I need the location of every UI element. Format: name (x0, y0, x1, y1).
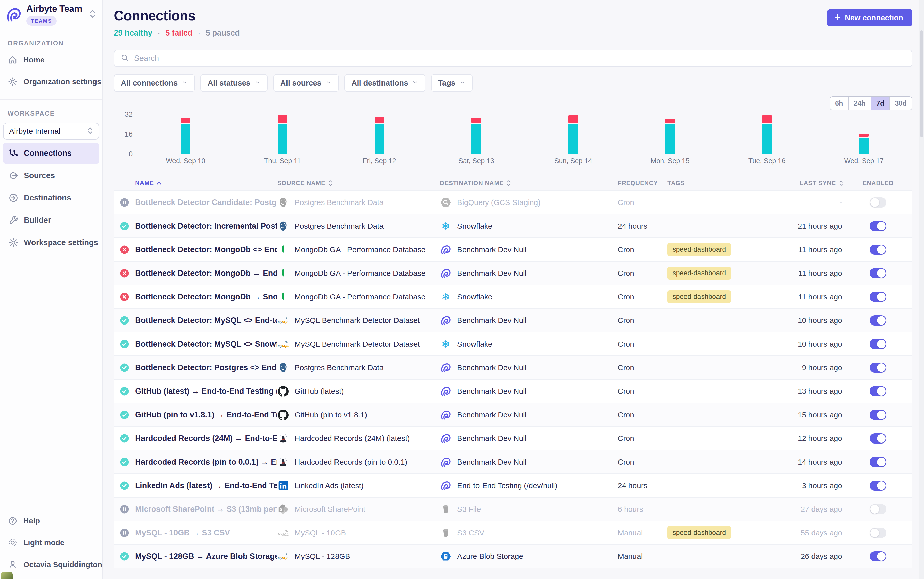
sidebar-item-light-mode[interactable]: Light mode (0, 532, 102, 554)
enabled-toggle[interactable] (870, 386, 886, 396)
paused-count: 5 paused (206, 28, 240, 37)
sidebar-item-help[interactable]: Help (0, 510, 102, 532)
workspace-selector-value: Airbyte Internal (9, 127, 87, 136)
column-label: NAME (135, 180, 154, 187)
filter-dropdown-all-connections[interactable]: All connections (114, 74, 195, 92)
enabled-toggle[interactable] (870, 457, 886, 467)
y-tick: 0 (128, 150, 133, 158)
enabled-toggle[interactable] (870, 528, 886, 538)
table-row[interactable]: Hardcoded Records (24M) → End-to-End Te.… (114, 427, 913, 450)
filter-dropdown-all-destinations[interactable]: All destinations (345, 74, 425, 92)
sidebar-item-workspace-settings[interactable]: Workspace settings (3, 232, 99, 253)
filter-dropdown-all-statuses[interactable]: All statuses (200, 74, 268, 92)
sidebar-item-organization-settings[interactable]: Organization settings (0, 71, 102, 93)
table-row[interactable]: Bottleneck Detector: Postgres <> End-to-… (114, 356, 913, 379)
last-sync: 9 hours ago (802, 363, 842, 372)
search-input[interactable] (134, 54, 906, 63)
mongodb-icon (277, 267, 289, 279)
toggle-knob (870, 505, 879, 514)
succeeded-bar-segment (665, 124, 675, 154)
frequency: Cron (618, 316, 634, 325)
time-range-option-24h[interactable]: 24h (849, 97, 871, 110)
column-header-frequency: FREQUENCY (618, 180, 668, 187)
last-sync: 11 hours ago (798, 245, 842, 254)
enabled-toggle[interactable] (870, 245, 886, 255)
separator: · (198, 28, 200, 37)
table-row[interactable]: Bottleneck Detector Candidate: Postgres … (114, 191, 913, 214)
scrollbar-track[interactable] (919, 0, 924, 579)
sidebar-item-label: Sources (24, 171, 55, 180)
frequency: Cron (618, 387, 634, 396)
table-row[interactable]: Bottleneck Detector: MongoDb <> End-to-E… (114, 238, 913, 262)
enabled-toggle[interactable] (870, 268, 886, 278)
succeeded-bar-segment (471, 124, 481, 154)
last-sync: 12 hours ago (798, 434, 842, 443)
last-sync: 27 days ago (801, 505, 842, 514)
svg-text:My: My (278, 556, 282, 560)
filter-label: All sources (281, 79, 322, 87)
org-switcher-chevrons-icon (89, 9, 97, 20)
destination-name: Benchmark Dev Null (457, 387, 527, 396)
table-row[interactable]: MySQL - 128GB → Azure Blob Storage JSOn … (114, 545, 913, 568)
table-row[interactable]: Hardcoded Records (pin to 0.0.1) → End-t… (114, 450, 913, 474)
frequency: Cron (618, 411, 634, 419)
column-label: TAGS (668, 180, 685, 187)
column-header-source-name[interactable]: SOURCE NAME (277, 180, 440, 187)
sidebar-item-destinations[interactable]: Destinations (3, 187, 99, 209)
x-tick: Mon, Sep 15 (622, 157, 719, 165)
toggle-knob (877, 434, 886, 443)
table-row[interactable]: Bottleneck Detector: MySQL <> End-to-End… (114, 309, 913, 332)
healthy-status-icon (120, 363, 129, 372)
new-connection-button[interactable]: + New connection (827, 9, 913, 26)
sidebar-item-connections[interactable]: Connections (3, 142, 99, 164)
column-header-name[interactable]: NAME (135, 180, 277, 187)
source-name: Hardcoded Records (24M) (latest) (295, 434, 410, 443)
toggle-knob (870, 198, 879, 207)
enabled-toggle[interactable] (870, 363, 886, 373)
table-row[interactable]: MySQL - 10GB → S3 CSV MySQL.MySQL - 10GB… (114, 521, 913, 545)
sidebar-item-user[interactable]: Octavia Squiddington (0, 554, 102, 576)
column-header-last-sync[interactable]: LAST SYNC (778, 180, 844, 187)
sidebar-item-home[interactable]: Home (0, 49, 102, 71)
org-switcher[interactable]: Airbyte Team TEAMS (0, 0, 102, 29)
table-row[interactable]: LinkedIn Ads (latest) → End-to-End Testi… (114, 474, 913, 497)
chart-bar-1 (234, 114, 331, 154)
table-row[interactable]: Bottleneck Detector: Incremental Postgre… (114, 214, 913, 238)
new-connection-label: New connection (845, 13, 903, 22)
destination-name: Snowflake (457, 340, 492, 348)
enabled-toggle[interactable] (870, 221, 886, 231)
table-row[interactable]: Bottleneck Detector: MySQL <> Snowflake … (114, 332, 913, 356)
enabled-toggle[interactable] (870, 339, 886, 349)
sharepoint-icon: S (277, 504, 289, 515)
enabled-toggle[interactable] (870, 410, 886, 420)
table-row[interactable]: GitHub (latest) → End-to-End Testing (/d… (114, 379, 913, 403)
enabled-toggle[interactable] (870, 551, 886, 561)
failed-bar-segment (277, 115, 287, 123)
enabled-toggle[interactable] (870, 292, 886, 302)
enabled-toggle[interactable] (870, 504, 886, 514)
sidebar-item-sources[interactable]: Sources (3, 165, 99, 186)
time-range-option-30d[interactable]: 30d (890, 97, 912, 110)
table-row[interactable]: Microsoft SharePoint → S3 (13mb performa… (114, 497, 913, 521)
table-row[interactable]: Bottleneck Detector: MongoDb → Snowflake… (114, 285, 913, 309)
scrollbar-thumb[interactable] (920, 31, 923, 137)
time-range-option-7d[interactable]: 7d (871, 97, 890, 110)
enabled-toggle[interactable] (870, 433, 886, 443)
azure-blob-icon (440, 551, 451, 562)
workspace-selector[interactable]: Airbyte Internal (3, 123, 99, 139)
search-box (114, 50, 913, 67)
enabled-toggle[interactable] (870, 197, 886, 208)
table-row[interactable]: GitHub (pin to v1.8.1) → End-to-End Test… (114, 403, 913, 427)
airbyte-icon (440, 433, 451, 444)
sidebar-footer: Help Light mode Octavia Squiddington (0, 510, 102, 579)
time-range-option-6h[interactable]: 6h (830, 97, 849, 110)
filter-dropdown-tags[interactable]: Tags (431, 74, 473, 92)
toggle-knob (877, 481, 886, 490)
enabled-toggle[interactable] (870, 316, 886, 325)
table-row[interactable]: Bottleneck Detector: MongoDb → End-to-En… (114, 262, 913, 285)
column-header-destination-name[interactable]: DESTINATION NAME (440, 180, 618, 187)
filter-dropdown-all-sources[interactable]: All sources (273, 74, 339, 92)
failed-count: 5 failed (165, 28, 192, 37)
enabled-toggle[interactable] (870, 481, 886, 491)
sidebar-item-builder[interactable]: Builder (3, 209, 99, 231)
